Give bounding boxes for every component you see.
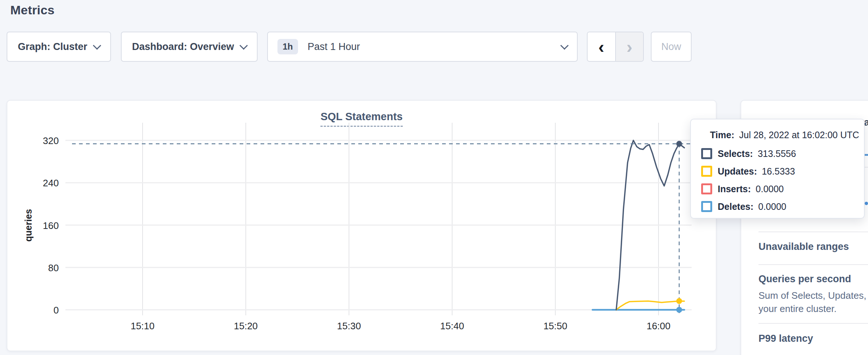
chevron-left-icon: ‹ [598,37,604,57]
sidebar-clipped-divider-fragment [865,167,868,168]
time-range-label: Past 1 Hour [308,41,360,53]
sidebar-description-line: Sum of Selects, Updates, Inser [758,289,868,302]
inserts-legend-swatch-icon [701,183,712,194]
tooltip-row-deletes: Deletes: 0.0000 [701,198,864,215]
chart-title-text[interactable]: SQL Statements [320,111,402,127]
chevron-down-icon [93,41,101,50]
graph-scope-label: Graph: Cluster [18,41,87,53]
tooltip-row-label: Deletes: [718,201,753,212]
now-button-label: Now [661,41,681,53]
sidebar-heading-queries-per-second: Queries per second [758,273,851,285]
now-button[interactable]: Now [651,32,692,62]
updates-legend-swatch-icon [701,166,712,177]
tooltip-row-label: Inserts: [718,184,751,194]
tooltip-row-value: 0.0000 [756,184,783,194]
sidebar-heading-unavailable-ranges: Unavailable ranges [758,241,849,252]
sidebar-heading-p99-latency: P99 latency [758,333,813,344]
tooltip-time-value: Jul 28, 2022 at 16:02:00 UTC [739,130,859,140]
sidebar-clipped-dot-fragment [865,202,868,205]
sql-statements-chart-card [7,100,717,351]
chevron-right-icon: › [627,37,632,57]
graph-scope-dropdown[interactable]: Graph: Cluster [7,32,111,62]
time-range-badge: 1h [277,39,298,54]
chevron-down-icon [239,41,248,50]
tooltip-row-selects: Selects: 313.5556 [701,145,864,162]
chart-hover-tooltip: Time: Jul 28, 2022 at 16:02:00 UTC Selec… [690,119,865,219]
sidebar-divider [758,323,868,324]
time-range-selector[interactable]: 1h Past 1 Hour [267,32,578,62]
tooltip-row-label: Selects: [718,148,753,159]
time-window-pager: ‹ › [587,32,644,62]
deletes-legend-swatch-icon [701,201,712,212]
selects-legend-swatch-icon [701,148,712,159]
sidebar-clipped-blue-fragment [864,154,868,156]
sidebar-divider [758,264,868,265]
chevron-down-icon [560,41,569,50]
next-window-button[interactable]: › [616,32,643,61]
dashboard-dropdown[interactable]: Dashboard: Overview [121,32,258,62]
sidebar-description: Sum of Selects, Updates, Inser your enti… [758,289,868,315]
tooltip-row-label: Updates: [718,166,757,177]
tooltip-row-value: 313.5556 [758,148,796,159]
tooltip-row-inserts: Inserts: 0.0000 [701,180,864,198]
tooltip-row-value: 0.0000 [758,201,786,212]
dashboard-label: Dashboard: Overview [132,41,234,53]
sidebar-divider [758,232,868,232]
tooltip-time-row: Time: Jul 28, 2022 at 16:02:00 UTC [710,130,864,140]
sidebar-description-line: your entire cluster. [758,302,868,315]
chart-title: SQL Statements [7,111,717,123]
tooltip-row-updates: Updates: 16.5333 [701,162,864,180]
tooltip-row-value: 16.5333 [762,166,795,177]
prev-window-button[interactable]: ‹ [588,32,616,61]
tooltip-time-label: Time: [710,130,734,140]
page-title: Metrics [10,0,54,20]
